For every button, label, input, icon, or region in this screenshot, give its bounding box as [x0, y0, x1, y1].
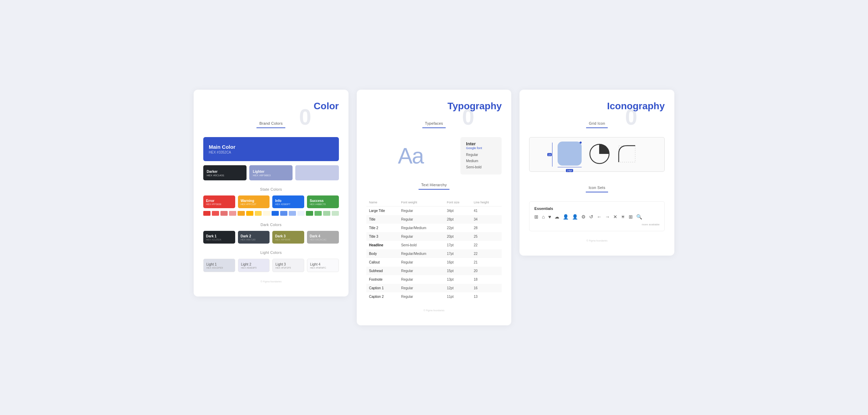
corner-dot1 [580, 142, 582, 144]
font-weights: Regular Medium Semi-bold [466, 152, 496, 170]
success-name: Success [310, 199, 336, 203]
icon-close: ✕ [613, 214, 617, 220]
weight-semibold: Semi-bold [466, 164, 496, 170]
icon-refresh: ↺ [589, 214, 593, 220]
row-footnote-size: 13pt [444, 275, 471, 284]
mini-i1 [272, 211, 279, 216]
icon-user2: 👤 [572, 214, 578, 220]
warning-name: Warning [241, 199, 267, 203]
icon-user1: 👤 [563, 214, 569, 220]
light-colors-label: Light Colors [203, 250, 339, 255]
light1-swatch: Light 1 HEX #DCDFE9 [203, 259, 235, 272]
darker-name: Darker [207, 170, 243, 173]
mini-e1 [203, 211, 210, 216]
weight-regular: Regular [466, 152, 496, 158]
light3-hex: HEX #F2F2F5 [275, 267, 301, 269]
typefaces-label: Typefaces [422, 121, 446, 128]
row-subhead-line: 20 [471, 267, 502, 275]
error-hex: HEX #FF3838 [206, 203, 232, 205]
color-card-title: Color [314, 101, 339, 112]
mini-e2 [212, 211, 219, 216]
mini-i2 [280, 211, 287, 216]
row-title-weight: Regular [398, 215, 444, 224]
th-size: Font size [444, 199, 471, 206]
typography-card: 0 Typography Typefaces Aa Inter Google f… [357, 90, 512, 325]
dark3-name: Dark 3 [275, 234, 301, 238]
error-swatch: Error HEX #FF3838 [203, 195, 235, 208]
weight-medium: Medium [466, 158, 496, 164]
icon-cloud: ☁ [555, 214, 559, 220]
light3-swatch: Light 3 HEX #F2F2F5 [272, 259, 304, 272]
grid-icon-label: Grid Icon [586, 121, 608, 128]
mini-w2 [246, 211, 253, 216]
font-name: Inter [466, 141, 496, 146]
mini-s3 [323, 211, 330, 216]
main-color-hex: HEX #3352CA [209, 150, 333, 154]
icon-search: 🔍 [636, 214, 642, 220]
light2-hex: HEX #E8E8F5 [241, 267, 267, 269]
th-line: Line height [471, 199, 502, 206]
mini-s2 [315, 211, 322, 216]
table-row: Caption 2 Regular 11pt 13 [366, 292, 502, 301]
warning-hex: HEX #FFC107 [241, 203, 267, 205]
error-mini-swatches [203, 211, 339, 216]
dark3-hex: HEX #9F9046 [275, 238, 301, 241]
warning-swatch: Warning HEX #FFC107 [238, 195, 270, 208]
row-large-title-weight: Regular [398, 206, 444, 215]
mini-w3 [255, 211, 262, 216]
row-title-line: 34 [471, 215, 502, 224]
dark4-swatch: Dark 4 HEX #ACACAC [307, 231, 339, 244]
mini-i3 [289, 211, 296, 216]
blue-square-container: 24 24pt [558, 142, 582, 167]
darker-hex: HEX #0C1431 [207, 174, 243, 177]
row-title2-line: 28 [471, 224, 502, 232]
row-callout-line: 21 [471, 258, 502, 267]
main-color-block: Main Color HEX #3352CA [203, 137, 339, 161]
icon-sun: ☀ [621, 214, 625, 220]
grid-icon-inner: 24 24pt [534, 142, 660, 167]
row-callout-name: Callout [366, 258, 399, 267]
dark-colors-row: Dark 1 HEX #21252A Dark 2 HEX #667180 Da… [203, 231, 339, 244]
row-caption1-size: 12pt [444, 284, 471, 292]
row-callout-size: 16pt [444, 258, 471, 267]
row-caption2-size: 11pt [444, 292, 471, 301]
table-row: Large Title Regular 34pt 41 [366, 206, 502, 215]
dark2-hex: HEX #667180 [241, 238, 267, 241]
icon-sets-label: Icon Sets [586, 186, 608, 192]
row-caption1-weight: Regular [398, 284, 444, 292]
light1-hex: HEX #DCDFE9 [206, 267, 232, 269]
color-card: 0 Color Brand Colors Main Color HEX #335… [194, 90, 349, 296]
row-body-line: 22 [471, 249, 502, 258]
font-info-box: Inter Google font Regular Medium Semi-bo… [460, 137, 502, 175]
table-row: Title Regular 28pt 34 [366, 215, 502, 224]
v-ruler: 24 [552, 142, 552, 167]
light4-name: Light 4 [310, 262, 336, 266]
row-subhead-name: Subhead [366, 267, 399, 275]
iconography-card-title: Iconography [607, 101, 665, 112]
brand-colors-label: Brand Colors [256, 121, 285, 128]
mini-s4 [332, 211, 339, 216]
row-title-size: 28pt [444, 215, 471, 224]
mini-w1 [238, 211, 245, 216]
icon-heart: ♥ [548, 214, 551, 220]
success-hex: HEX #4BBC70 [310, 203, 336, 205]
dark3-swatch: Dark 3 HEX #9F9046 [272, 231, 304, 244]
row-headline-line: 22 [471, 241, 502, 249]
mini-s1 [306, 211, 313, 216]
typefaces-section: Aa Inter Google font Regular Medium Semi… [366, 137, 502, 175]
light1-name: Light 1 [206, 262, 232, 266]
light2-swatch: Light 2 HEX #E8E8F5 [238, 259, 270, 272]
row-body-size: 17pt [444, 249, 471, 258]
info-swatch: Info HEX #2080F7 [272, 195, 304, 208]
th-weight: Font weight [398, 199, 444, 206]
row-body-name: Body [366, 249, 399, 258]
lighter-swatch: Lighter HEX #8F9BE3 [249, 165, 293, 180]
pie-chart-icon [589, 143, 610, 166]
row-title2-name: Title 2 [366, 224, 399, 232]
row-footnote-weight: Regular [398, 275, 444, 284]
svg-rect-2 [619, 146, 635, 162]
essentials-icons: ⊞ ⌂ ♥ ☁ 👤 👤 ⚙ ↺ ← → ✕ ☀ ⊞ 🔍 [534, 214, 660, 220]
row-title3-name: Title 3 [366, 232, 399, 241]
row-title3-line: 25 [471, 232, 502, 241]
light4-swatch: Light 4 HEX #FAFAFC [307, 259, 339, 272]
